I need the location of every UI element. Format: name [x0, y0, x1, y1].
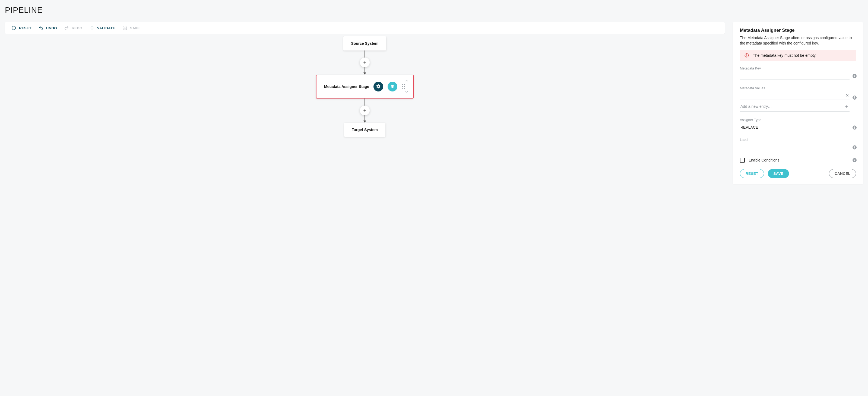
trash-icon [390, 84, 395, 89]
panel-cancel-button[interactable]: CANCEL [829, 169, 856, 178]
connector [365, 98, 365, 105]
metadata-value-item: ✕ [740, 92, 849, 100]
configure-stage-button[interactable] [373, 82, 383, 91]
info-icon[interactable]: i [852, 145, 857, 149]
save-label: SAVE [130, 26, 140, 30]
assigner-type-value: REPLACE [740, 125, 758, 129]
move-up-button[interactable] [404, 79, 409, 84]
enable-conditions-checkbox[interactable] [740, 158, 745, 162]
remove-value-button[interactable]: ✕ [845, 93, 849, 98]
target-node[interactable]: Target System [344, 123, 385, 137]
move-down-button[interactable] [404, 90, 409, 95]
connector [364, 115, 366, 123]
redo-label: REDO [72, 26, 83, 30]
reset-label: RESET [19, 26, 31, 30]
page-title: PIPELINE [5, 5, 863, 14]
redo-icon [64, 26, 69, 30]
add-stage-button-top[interactable]: + [360, 58, 370, 67]
undo-button[interactable]: UNDO [38, 26, 57, 30]
error-alert: The metadata key must not be empty. [740, 50, 856, 61]
stage-node-label: Metadata Assigner Stage [324, 84, 369, 89]
validate-button[interactable]: VALIDATE [90, 26, 115, 30]
canvas-toolbar: RESET UNDO REDO [5, 22, 725, 34]
enable-conditions-label: Enable Conditions [749, 158, 779, 162]
assigner-type-label: Assigner Type [740, 118, 856, 122]
source-node[interactable]: Source System [343, 36, 386, 51]
save-button: SAVE [122, 26, 140, 30]
panel-title: Metadata Assigner Stage [740, 28, 856, 33]
properties-panel: Metadata Assigner Stage The Metadata Ass… [733, 22, 863, 184]
add-entry-button[interactable]: ＋ [844, 103, 849, 110]
panel-description: The Metadata Assigner Stage alters or as… [740, 35, 856, 46]
stage-node[interactable]: Metadata Assigner Stage [316, 74, 414, 98]
plus-icon: + [363, 59, 366, 66]
gear-icon [376, 84, 381, 90]
add-entry-placeholder[interactable]: Add a new entry… [740, 104, 772, 109]
reset-icon [11, 26, 16, 30]
info-icon[interactable]: i [852, 158, 857, 162]
undo-label: UNDO [46, 26, 57, 30]
delete-stage-button[interactable] [388, 82, 397, 91]
reset-button[interactable]: RESET [11, 26, 31, 30]
label-field-input[interactable] [740, 143, 849, 151]
info-icon[interactable]: i [852, 95, 857, 100]
save-icon [122, 26, 127, 30]
target-node-label: Target System [352, 128, 377, 132]
info-icon[interactable]: i [852, 74, 857, 78]
validate-icon [90, 26, 94, 30]
label-field-label: Label [740, 138, 856, 142]
assigner-type-select[interactable]: REPLACE [740, 123, 849, 131]
panel-save-button[interactable]: SAVE [768, 169, 789, 178]
source-node-label: Source System [351, 41, 378, 45]
alert-icon [744, 53, 749, 58]
metadata-key-label: Metadata Key [740, 66, 856, 70]
panel-reset-button[interactable]: RESET [740, 169, 764, 178]
info-icon[interactable]: i [852, 125, 857, 129]
connector [364, 67, 366, 74]
pipeline-canvas: RESET UNDO REDO [5, 22, 725, 188]
redo-button: REDO [64, 26, 83, 30]
connector [365, 51, 365, 58]
metadata-values-label: Metadata Values [740, 86, 856, 90]
add-stage-button-bottom[interactable]: + [360, 105, 370, 115]
undo-icon [38, 26, 43, 30]
svg-point-2 [746, 56, 747, 57]
validate-label: VALIDATE [97, 26, 115, 30]
metadata-key-input[interactable] [740, 72, 849, 80]
plus-icon: + [363, 108, 366, 114]
alert-text: The metadata key must not be empty. [753, 53, 816, 58]
